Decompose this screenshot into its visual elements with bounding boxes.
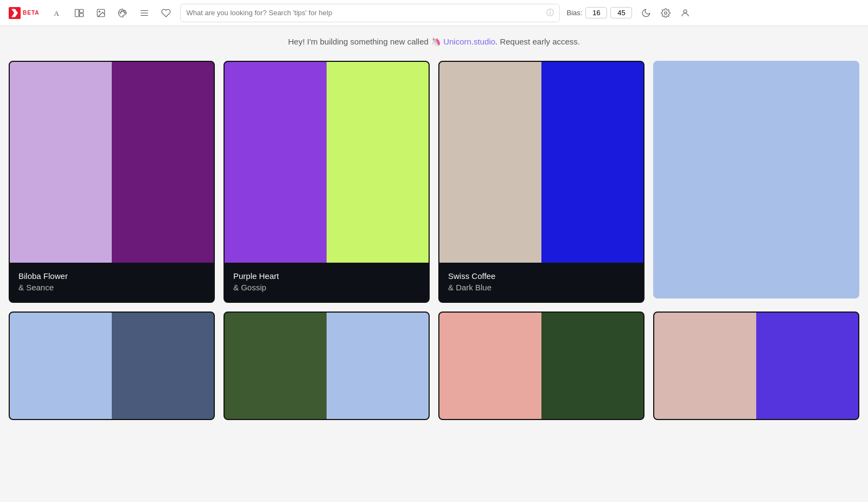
card-5-color-2: [112, 313, 214, 420]
svg-marker-0: [11, 9, 18, 17]
color-card-7[interactable]: [438, 312, 644, 420]
palette-icon[interactable]: [115, 5, 130, 21]
banner: Hey! I'm building something new called 🦄…: [0, 26, 868, 52]
card-8-color-2: [756, 313, 858, 420]
dark-mode-icon[interactable]: [639, 5, 654, 21]
card-6-color-1: [225, 313, 327, 420]
heart-icon[interactable]: [158, 5, 174, 21]
card-6-color-2: [327, 313, 429, 420]
card-1-label-line1: Biloba Flower: [18, 271, 68, 281]
right-icons: [639, 5, 693, 21]
bias-section: Bias:: [566, 7, 632, 18]
card-1-label-line2: & Seance: [18, 282, 205, 293]
color-card-4[interactable]: [653, 61, 859, 298]
card-2-colors: [225, 62, 429, 263]
card-5-colors: [10, 313, 214, 420]
font-icon[interactable]: A: [50, 5, 65, 21]
color-grid: Biloba Flower & Seance Purple Heart & Go…: [0, 52, 868, 429]
color-card-5[interactable]: [9, 312, 215, 420]
card-7-colors: [439, 313, 643, 420]
bias-input-2[interactable]: [610, 7, 632, 18]
svg-rect-2: [75, 9, 79, 17]
card-8-colors: [654, 313, 858, 420]
svg-rect-4: [80, 13, 84, 16]
card-5-color-1: [10, 313, 112, 420]
text-list-icon[interactable]: [137, 5, 152, 21]
info-icon[interactable]: ⓘ: [546, 8, 554, 18]
card-3-label: Swiss Coffee & Dark Blue: [439, 263, 643, 302]
search-bar: ⓘ: [180, 4, 560, 22]
color-card-3[interactable]: Swiss Coffee & Dark Blue: [438, 61, 644, 303]
card-3-color-1: [439, 62, 541, 263]
beta-label: BETA: [23, 10, 39, 16]
image-icon[interactable]: [93, 5, 108, 21]
card-2-label: Purple Heart & Gossip: [225, 263, 429, 302]
card-1-color-2: [112, 62, 214, 263]
card-1-color-1: [10, 62, 112, 263]
card-8-color-1: [654, 313, 756, 420]
svg-point-7: [120, 12, 121, 13]
color-card-8[interactable]: [653, 312, 859, 420]
svg-point-15: [684, 10, 687, 13]
bias-input-1[interactable]: [585, 7, 607, 18]
search-input[interactable]: [186, 9, 542, 17]
user-icon[interactable]: [678, 5, 693, 21]
color-card-1[interactable]: Biloba Flower & Seance: [9, 61, 215, 303]
card-3-color-2: [541, 62, 643, 263]
svg-point-8: [121, 10, 122, 11]
bias-label: Bias:: [566, 9, 582, 17]
svg-point-10: [124, 12, 125, 13]
logo-k-icon: [10, 8, 20, 18]
color-card-2[interactable]: Purple Heart & Gossip: [224, 61, 430, 303]
card-2-color-2: [327, 62, 429, 263]
layout-icon[interactable]: [72, 5, 87, 21]
card-2-label-line1: Purple Heart: [233, 271, 279, 281]
svg-rect-3: [80, 9, 84, 12]
svg-point-14: [665, 11, 667, 14]
color-card-6[interactable]: [224, 312, 430, 420]
navbar: BETA A ⓘ Bias:: [0, 0, 868, 26]
card-2-color-1: [225, 62, 327, 263]
svg-text:A: A: [54, 9, 60, 17]
card-1-label: Biloba Flower & Seance: [10, 263, 214, 302]
card-3-label-line1: Swiss Coffee: [448, 271, 495, 281]
svg-point-6: [99, 11, 100, 12]
card-7-color-1: [439, 313, 541, 420]
logo[interactable]: BETA: [9, 7, 39, 19]
card-1-colors: [10, 62, 214, 263]
settings-icon[interactable]: [658, 5, 673, 21]
card-7-color-2: [541, 313, 643, 420]
banner-text: Hey! I'm building something new called 🦄…: [288, 37, 580, 46]
card-3-colors: [439, 62, 643, 263]
card-3-label-line2: & Dark Blue: [448, 282, 635, 293]
unicorn-link[interactable]: Unicorn.studio: [443, 37, 495, 46]
card-6-colors: [225, 313, 429, 420]
card-2-label-line2: & Gossip: [233, 282, 420, 293]
svg-point-9: [123, 10, 124, 11]
